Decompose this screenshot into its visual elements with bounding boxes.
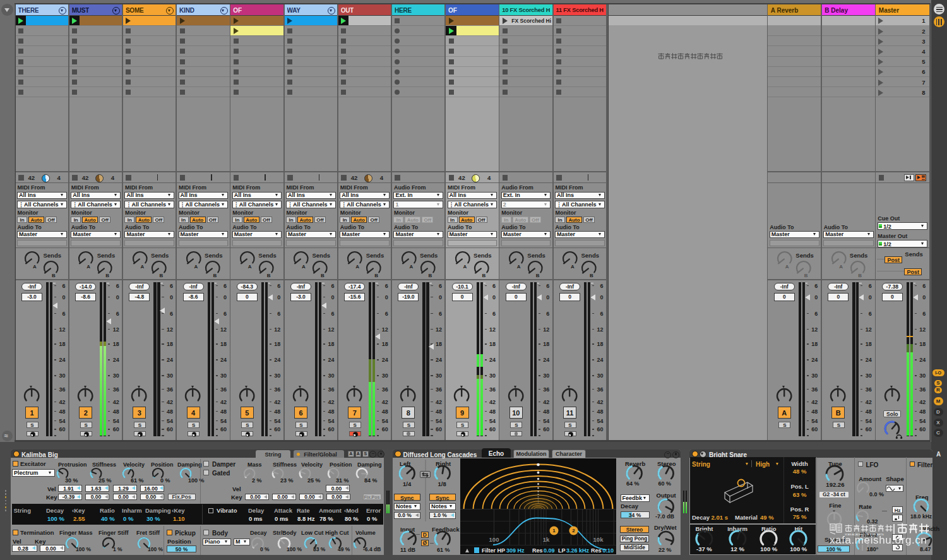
svg-text:2: 2 (572, 528, 575, 533)
svg-text:1: 1 (552, 528, 556, 533)
svg-text:10k: 10k (593, 536, 604, 543)
svg-text:100: 100 (489, 536, 499, 543)
svg-text:1k: 1k (543, 536, 550, 543)
